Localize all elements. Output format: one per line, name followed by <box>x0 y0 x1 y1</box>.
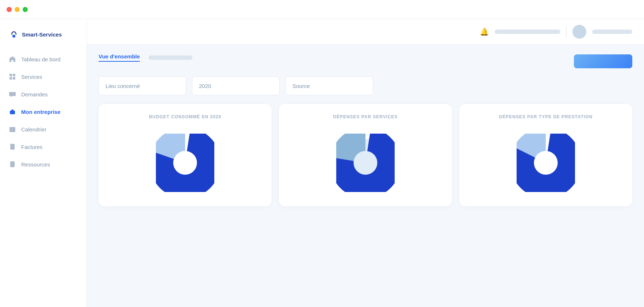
sidebar: Smart-Services Tableau de bord Services <box>0 19 87 307</box>
app-container: Smart-Services Tableau de bord Services <box>0 19 644 307</box>
header-divider <box>566 26 567 37</box>
pie-chart-budget <box>156 134 214 192</box>
sidebar-label-calendrier: Calendrier <box>21 126 46 133</box>
chart-card-services: DÉPENSES PAR SERVICES <box>279 104 452 206</box>
sidebar-label-mon-entreprise: Mon entreprise <box>21 109 61 115</box>
grid-icon <box>9 73 16 80</box>
tabs-area: Vue d'ensemble <box>99 53 192 62</box>
sidebar-label-services: Services <box>21 74 42 80</box>
chart-title-budget: BUDGET CONSOMMÉ EN 2020 <box>149 114 221 119</box>
avatar <box>572 25 586 39</box>
sidebar-item-demandes[interactable]: Demandes <box>0 86 87 102</box>
logo-icon <box>9 29 19 39</box>
sidebar-item-tableau-de-bord[interactable]: Tableau de bord <box>0 51 87 67</box>
home-icon <box>9 55 16 63</box>
svg-rect-5 <box>10 111 15 114</box>
sidebar-item-ressources[interactable]: Ressources <box>0 156 87 172</box>
action-button[interactable] <box>574 54 632 68</box>
chart-title-prestation: DÉPENSES PAR TYPE DE PRESTATION <box>499 114 593 119</box>
svg-point-0 <box>12 35 15 38</box>
filter-year[interactable]: 2020 <box>192 76 280 95</box>
svg-rect-4 <box>13 77 15 80</box>
chat-icon <box>9 91 16 98</box>
sidebar-item-mon-entreprise[interactable]: Mon entreprise <box>0 104 87 120</box>
logo-area: Smart-Services <box>0 19 87 48</box>
main-content: 🔔 Vue d'ensemble Lieu concerné <box>87 19 644 307</box>
filter-lieu-label: Lieu concerné <box>106 83 140 89</box>
chart-title-services: DÉPENSES PAR SERVICES <box>333 114 398 119</box>
svg-rect-3 <box>9 77 12 80</box>
calendar-icon <box>9 126 16 133</box>
maximize-button[interactable] <box>23 7 28 12</box>
close-button[interactable] <box>7 7 12 12</box>
filter-source[interactable]: Source <box>285 76 373 95</box>
filter-source-label: Source <box>292 83 310 89</box>
pie-wrapper-services <box>336 128 395 197</box>
svg-rect-6 <box>9 127 15 132</box>
pie-wrapper-budget <box>156 128 214 197</box>
chart-card-budget: BUDGET CONSOMMÉ EN 2020 <box>99 104 272 206</box>
logo-text: Smart-Services <box>22 31 62 38</box>
user-name-placeholder <box>592 30 632 34</box>
document-icon <box>9 161 16 168</box>
sidebar-label-ressources: Ressources <box>21 161 50 168</box>
tab-vue-ensemble[interactable]: Vue d'ensemble <box>99 53 140 62</box>
sidebar-label-tableau-de-bord: Tableau de bord <box>21 56 61 62</box>
filter-year-label: 2020 <box>199 83 211 89</box>
nav-menu: Tableau de bord Services Demandes <box>0 48 87 175</box>
sidebar-item-factures[interactable]: Factures <box>0 139 87 155</box>
svg-rect-1 <box>9 74 12 76</box>
sidebar-label-demandes: Demandes <box>21 91 48 97</box>
briefcase-icon <box>9 108 16 115</box>
sidebar-item-calendrier[interactable]: Calendrier <box>0 121 87 137</box>
file-text-icon <box>9 143 16 150</box>
filter-lieu[interactable]: Lieu concerné <box>99 76 186 95</box>
chart-card-prestation: DÉPENSES PAR TYPE DE PRESTATION <box>459 104 632 206</box>
sidebar-item-services[interactable]: Services <box>0 69 87 85</box>
svg-rect-2 <box>13 74 15 76</box>
window-controls <box>7 7 28 12</box>
search-bar-placeholder <box>495 30 560 34</box>
pie-chart-prestation <box>517 134 575 192</box>
sidebar-label-factures: Factures <box>21 144 42 150</box>
filter-row: Lieu concerné 2020 Source <box>99 76 632 95</box>
svg-rect-8 <box>10 161 15 167</box>
minimize-button[interactable] <box>15 7 20 12</box>
titlebar <box>0 0 644 19</box>
top-header: 🔔 <box>87 19 644 45</box>
tab-placeholder <box>149 55 192 60</box>
pie-wrapper-prestation <box>517 128 575 197</box>
page-content: Vue d'ensemble Lieu concerné 2020 Source <box>87 45 644 307</box>
bell-icon[interactable]: 🔔 <box>480 27 489 36</box>
charts-row: BUDGET CONSOMMÉ EN 2020 DÉPENSES PAR SER… <box>99 104 632 206</box>
pie-chart-services <box>336 134 395 192</box>
